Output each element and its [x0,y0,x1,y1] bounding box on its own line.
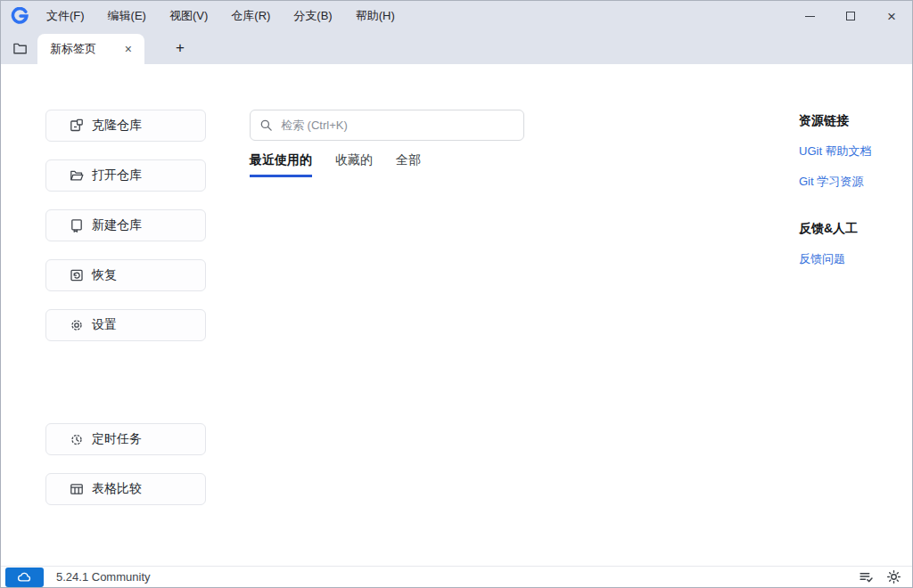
tab-title: 新标签页 [50,41,96,57]
close-button[interactable]: × [871,1,912,31]
theme-toggle-button[interactable] [886,569,901,584]
minimize-button[interactable] [789,1,830,31]
sidebar: 克隆仓库 打开仓库 新建仓库 [45,110,206,523]
new-tab-button[interactable]: + [169,37,191,58]
clone-repo-icon [70,118,84,133]
menu-view[interactable]: 视图(V) [158,1,219,31]
button-label: 克隆仓库 [92,118,142,134]
resource-links-heading: 资源链接 [799,113,910,129]
new-repo-button[interactable]: 新建仓库 [45,209,206,241]
cloud-icon [17,571,32,583]
version-label: 5.24.1 Community [56,570,151,584]
search-input[interactable] [279,118,514,133]
button-label: 打开仓库 [92,167,142,184]
maximize-button[interactable] [830,1,871,31]
tab-all[interactable]: 全部 [396,152,421,177]
links-panel: 资源链接 UGit 帮助文档 Git 学习资源 反馈&人工 反馈问题 [799,107,910,267]
button-label: 设置 [92,317,117,333]
scheduled-task-icon [70,432,84,446]
tabbar: 新标签页 × + [1,31,912,64]
app-logo-icon [10,6,29,26]
link-git-learning[interactable]: Git 学习资源 [799,174,910,190]
button-label: 表格比较 [92,481,142,497]
menu-repo[interactable]: 仓库(R) [219,1,282,31]
restore-button[interactable]: 恢复 [45,259,206,291]
button-label: 定时任务 [92,431,142,447]
activity-log-icon [859,569,874,584]
tab-recently-used[interactable]: 最近使用的 [250,152,312,177]
table-compare-button[interactable]: 表格比较 [45,473,206,505]
scheduled-task-button[interactable]: 定时任务 [45,423,206,455]
open-repo-icon [70,168,84,183]
status-icons [859,569,901,584]
menu-help[interactable]: 帮助(H) [344,1,407,31]
filter-tabs: 最近使用的 收藏的 全部 [250,152,524,177]
tab-new-page[interactable]: 新标签页 × [37,34,144,64]
search-box[interactable] [250,110,524,141]
activity-log-button[interactable] [859,569,874,584]
feedback-heading: 反馈&人工 [799,221,910,237]
repo-browser: 最近使用的 收藏的 全部 [250,110,524,177]
folder-icon [12,41,28,56]
table-compare-icon [70,482,84,496]
gear-icon [70,318,84,332]
titlebar: 文件(F) 编辑(E) 视图(V) 仓库(R) 分支(B) 帮助(H) × [1,1,912,31]
open-repo-button[interactable]: 打开仓库 [45,159,206,192]
new-repo-icon [70,218,84,233]
clone-repo-button[interactable]: 克隆仓库 [45,110,206,142]
main-content: 克隆仓库 打开仓库 新建仓库 [1,64,912,566]
menu-edit[interactable]: 编辑(E) [96,1,158,31]
section-gap [799,190,910,215]
button-label: 新建仓库 [92,217,142,233]
close-icon: × [887,9,896,24]
sidebar-spacer [45,359,206,423]
tab-favorites[interactable]: 收藏的 [335,152,373,177]
settings-button[interactable]: 设置 [45,309,206,341]
menu-branch[interactable]: 分支(B) [282,1,343,31]
restore-icon [70,268,84,282]
link-ugit-help-doc[interactable]: UGit 帮助文档 [799,143,910,159]
window-controls: × [789,1,912,31]
link-feedback-issue[interactable]: 反馈问题 [799,251,910,267]
app-window: 文件(F) 编辑(E) 视图(V) 仓库(R) 分支(B) 帮助(H) × 新标… [0,0,913,588]
minimize-icon [805,16,815,17]
tab-close-icon[interactable]: × [121,41,136,57]
theme-icon [886,569,901,584]
search-icon [259,118,273,132]
button-label: 恢复 [92,267,117,283]
cloud-sync-button[interactable] [5,568,44,587]
maximize-icon [846,12,855,20]
repo-list-button[interactable] [8,37,31,60]
statusbar: 5.24.1 Community [1,566,912,587]
menu-file[interactable]: 文件(F) [35,1,96,31]
